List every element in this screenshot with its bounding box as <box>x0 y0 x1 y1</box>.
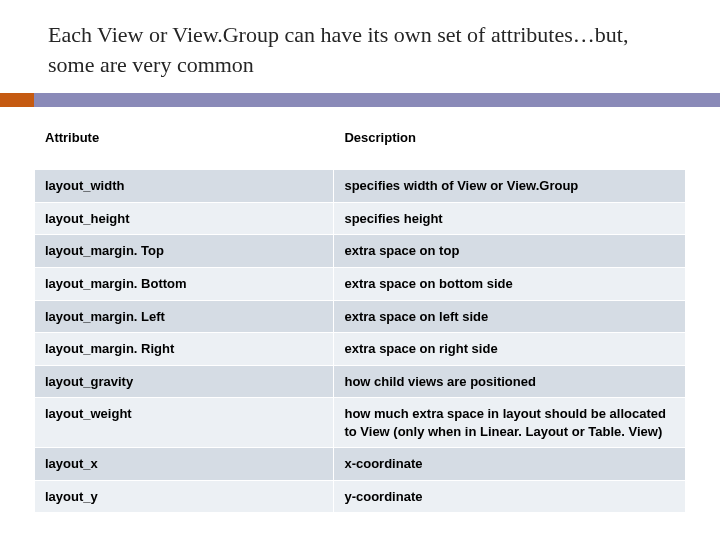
table-row: layout_x x-coordinate <box>35 448 686 481</box>
cell-desc: extra space on left side <box>334 300 686 333</box>
header-attribute: Attribute <box>35 118 334 170</box>
cell-desc: extra space on top <box>334 235 686 268</box>
cell-desc: extra space on right side <box>334 333 686 366</box>
table-row: layout_weight how much extra space in la… <box>35 398 686 448</box>
table-row: layout_width specifies width of View or … <box>35 170 686 203</box>
cell-desc: y-coordinate <box>334 480 686 513</box>
accent-purple <box>34 93 720 107</box>
cell-attr: layout_gravity <box>35 365 334 398</box>
cell-attr: layout_margin. Right <box>35 333 334 366</box>
table-header-row: Attribute Description <box>35 118 686 170</box>
accent-strip <box>0 93 720 107</box>
header-description: Description <box>334 118 686 170</box>
table-row: layout_height specifies height <box>35 202 686 235</box>
cell-attr: layout_weight <box>35 398 334 448</box>
cell-attr: layout_height <box>35 202 334 235</box>
cell-attr: layout_margin. Left <box>35 300 334 333</box>
table-row: layout_margin. Left extra space on left … <box>35 300 686 333</box>
table-row: layout_y y-coordinate <box>35 480 686 513</box>
table-row: layout_margin. Bottom extra space on bot… <box>35 268 686 301</box>
cell-attr: layout_y <box>35 480 334 513</box>
attributes-table: Attribute Description layout_width speci… <box>34 117 686 513</box>
cell-attr: layout_margin. Bottom <box>35 268 334 301</box>
cell-attr: layout_width <box>35 170 334 203</box>
accent-orange <box>0 93 34 107</box>
cell-desc: x-coordinate <box>334 448 686 481</box>
slide-title: Each View or View.Group can have its own… <box>34 20 686 79</box>
slide: Each View or View.Group can have its own… <box>0 0 720 513</box>
cell-desc: specifies height <box>334 202 686 235</box>
cell-desc: specifies width of View or View.Group <box>334 170 686 203</box>
cell-desc: how much extra space in layout should be… <box>334 398 686 448</box>
cell-desc: extra space on bottom side <box>334 268 686 301</box>
cell-attr: layout_margin. Top <box>35 235 334 268</box>
table-row: layout_margin. Top extra space on top <box>35 235 686 268</box>
cell-desc: how child views are positioned <box>334 365 686 398</box>
table-row: layout_gravity how child views are posit… <box>35 365 686 398</box>
cell-attr: layout_x <box>35 448 334 481</box>
table-row: layout_margin. Right extra space on righ… <box>35 333 686 366</box>
